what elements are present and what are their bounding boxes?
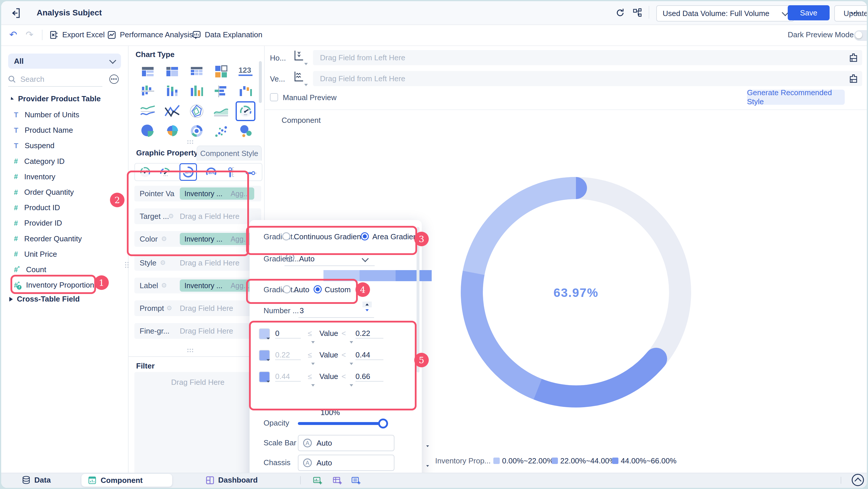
search-more-icon[interactable]: ••• [110,75,119,84]
prop-row-prompt[interactable]: Prompt⚙ Drag Field Here [134,300,261,316]
field-item[interactable]: #Reorder Quantity [14,231,94,247]
chart-type-area-icon[interactable] [214,104,229,118]
chart-type-waterfall-icon[interactable] [239,84,252,98]
field-item[interactable]: #Product ID [14,200,94,215]
operator-dropdown-icon[interactable] [350,384,353,386]
collapse-panel-button[interactable] [852,474,864,486]
refresh-icon[interactable] [616,8,625,18]
prop-row-label[interactable]: Label⚙ Inventory ...Agg... [134,278,261,293]
field-item[interactable]: #Provider ID [14,215,94,231]
gear-icon[interactable]: ⚙ [161,235,167,243]
lt-operator[interactable]: < [341,372,346,381]
subtype-full-gauge-icon[interactable] [139,166,151,178]
gear-icon[interactable]: ⚙ [160,259,166,267]
gear-icon[interactable]: ⚙ [166,305,172,312]
chevron-down-icon[interactable] [304,63,308,65]
chart-type-pie-icon[interactable] [141,124,155,138]
field-item[interactable]: #Category ID [14,154,94,169]
legend-label-2[interactable]: 22.00%~44.00% [560,456,616,465]
gauge-chart[interactable]: 63.97% [442,159,710,426]
property-drag-handle[interactable] [187,349,194,353]
undo-icon[interactable]: ↶ [9,29,17,40]
prop-row-style[interactable]: Style⚙ Drag a Field Here [134,255,261,271]
redo-icon[interactable]: ↷ [26,29,33,40]
chassis-select[interactable]: A Auto [298,455,395,471]
prop-row-color[interactable]: Color⚙ Inventory ...Agg... [134,231,261,247]
vertical-axis-icon[interactable] [292,71,304,83]
chart-type-bubble-icon[interactable] [239,124,252,138]
manual-preview-checkbox[interactable] [270,93,278,101]
gradient-color-select[interactable]: A Auto [284,252,375,266]
prop-row-fine-grained[interactable]: Fine-gr... Drag Field Here [134,323,261,339]
from-value-1[interactable]: 0 [275,329,301,339]
gradient-auto-radio[interactable] [283,285,291,293]
horizontal-axis-icon[interactable] [292,50,304,62]
chart-type-bar-icon[interactable] [214,84,228,98]
tab-graphic-property[interactable]: Graphic Property [136,148,198,157]
add-chart-button[interactable] [313,476,322,485]
chart-type-scatter-icon[interactable] [214,124,228,138]
color-swatch-3[interactable] [259,371,270,382]
field-item[interactable]: TNumber of Units [14,107,94,122]
lineage-flow-icon[interactable] [633,8,642,18]
field-item[interactable]: TSuspend [14,138,94,153]
cross-table-node[interactable]: Cross-Table Field [9,294,80,304]
performance-analysis-button[interactable]: Performance Analysis [107,30,193,39]
operator-dropdown-icon[interactable] [311,384,315,386]
chart-type-scrollbar[interactable] [259,61,262,103]
chart-type-column-icon[interactable] [190,84,204,98]
subtype-ring-percent-icon-selected[interactable]: 85% [180,163,197,181]
legend-chip-3[interactable] [612,458,618,464]
gradient-custom-radio[interactable] [314,285,322,293]
legend-chip-1[interactable] [493,458,500,464]
subtype-semi-ring-percent-icon[interactable]: 85% [205,166,217,178]
to-value-3[interactable]: 0.66 [355,372,383,382]
operator-dropdown-icon[interactable] [350,341,353,343]
table-filter-select[interactable]: All [8,54,121,69]
vertical-axis-style-button[interactable] [845,71,862,86]
lte-operator[interactable]: ≤ [308,329,312,338]
chart-type-cross-table-icon[interactable] [190,65,204,79]
field-pill[interactable]: Inventory ...Agg... [180,233,254,245]
tab-component-active[interactable]: Component [82,474,172,487]
field-item[interactable]: #*Count [14,262,94,278]
field-item-inventory-proportion[interactable]: #*fInventory Proportion [14,278,94,293]
area-gradient-radio[interactable] [361,232,369,240]
scale-bar-select[interactable]: A Auto [298,435,395,451]
subtype-vertical-indicator-icon[interactable] [225,166,237,178]
chart-type-gauge-icon-selected[interactable] [236,101,255,121]
filter-dropzone[interactable]: Drag Field Here [134,372,261,484]
exit-icon[interactable] [10,8,20,18]
number-stepper[interactable] [363,301,372,313]
chart-type-stacked-column-icon[interactable] [165,84,179,98]
chart-type-donut-icon[interactable] [190,124,204,138]
prop-row-pointer-value[interactable]: Pointer Va Inventory ...Agg... [134,186,261,201]
chart-type-rose-pie-icon[interactable] [165,124,179,138]
save-button[interactable]: Save [788,5,830,20]
dark-preview-toggle[interactable] [854,30,867,41]
legend-label-1[interactable]: 0.00%~22.00% [502,456,554,465]
color-swatch-2[interactable] [259,350,270,361]
continuous-gradient-label[interactable]: Continuous Gradient [294,232,363,241]
add-table-button[interactable] [333,476,342,485]
chart-type-bidirectional-bar-icon[interactable] [141,84,155,98]
vertical-axis-dropzone[interactable]: Drag Field from Left Here [313,71,850,86]
generate-recommended-style-button[interactable]: Generate Recommended Style [747,90,845,105]
gear-icon[interactable]: ⚙ [161,282,167,289]
opacity-slider-handle[interactable] [378,419,388,428]
color-swatch-1[interactable] [259,328,270,339]
popup-scrollbar[interactable] [416,227,420,373]
add-list-button[interactable] [351,476,361,485]
operator-dropdown-icon[interactable] [311,363,315,365]
chevron-down-icon[interactable] [304,84,308,86]
field-item[interactable]: #Inventory [14,169,94,184]
chart-type-line-icon[interactable] [140,104,155,118]
chart-type-indicator-123-icon[interactable]: 123 [238,65,253,79]
tab-component-style[interactable]: Component Style [197,146,262,161]
prop-row-target[interactable]: Target ...⚙ Drag a Field Here [134,208,261,224]
lt-operator[interactable]: < [341,329,346,338]
operator-dropdown-icon[interactable] [350,363,353,365]
operator-dropdown-icon[interactable] [311,341,315,343]
area-gradient-label[interactable]: Area Gradient [372,232,420,241]
legend-chip-2[interactable] [552,458,558,464]
